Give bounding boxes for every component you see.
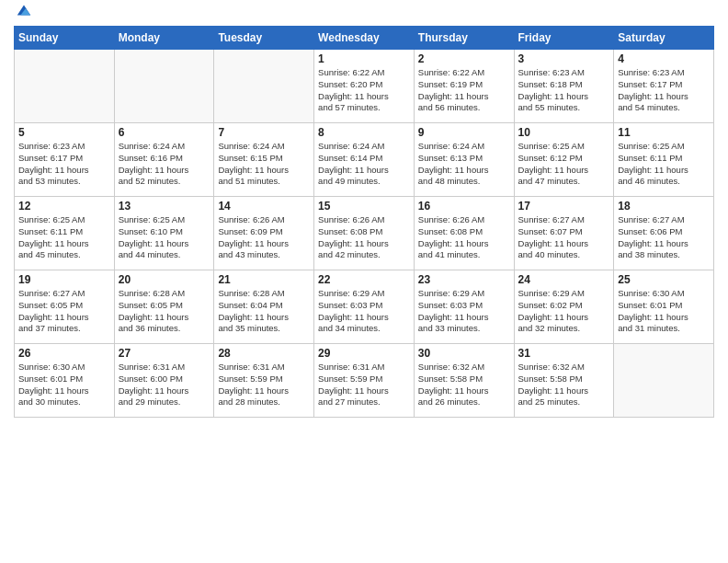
day-number: 19 (18, 273, 110, 286)
calendar-cell: 12Sunrise: 6:25 AM Sunset: 6:11 PM Dayli… (15, 197, 115, 270)
day-info: Sunrise: 6:23 AM Sunset: 6:17 PM Dayligh… (618, 67, 710, 114)
calendar-cell: 16Sunrise: 6:26 AM Sunset: 6:08 PM Dayli… (414, 197, 514, 270)
week-row-1: 5Sunrise: 6:23 AM Sunset: 6:17 PM Daylig… (15, 123, 714, 197)
weekday-header-thursday: Thursday (414, 27, 514, 50)
calendar-cell: 9Sunrise: 6:24 AM Sunset: 6:13 PM Daylig… (414, 123, 514, 197)
day-number: 1 (318, 52, 410, 65)
day-info: Sunrise: 6:29 AM Sunset: 6:03 PM Dayligh… (318, 288, 410, 335)
calendar-cell: 5Sunrise: 6:23 AM Sunset: 6:17 PM Daylig… (15, 123, 115, 197)
day-number: 26 (18, 347, 110, 360)
day-info: Sunrise: 6:23 AM Sunset: 6:17 PM Dayligh… (18, 141, 110, 188)
calendar-cell: 2Sunrise: 6:22 AM Sunset: 6:19 PM Daylig… (414, 50, 514, 123)
day-number: 28 (218, 347, 310, 360)
day-info: Sunrise: 6:22 AM Sunset: 6:19 PM Dayligh… (418, 67, 510, 114)
day-info: Sunrise: 6:32 AM Sunset: 5:58 PM Dayligh… (518, 362, 610, 408)
calendar-cell: 28Sunrise: 6:31 AM Sunset: 5:59 PM Dayli… (214, 344, 314, 418)
calendar-cell: 27Sunrise: 6:31 AM Sunset: 6:00 PM Dayli… (114, 344, 214, 418)
calendar-cell: 24Sunrise: 6:29 AM Sunset: 6:02 PM Dayli… (514, 270, 614, 344)
calendar-cell: 4Sunrise: 6:23 AM Sunset: 6:17 PM Daylig… (614, 50, 714, 123)
calendar-cell: 20Sunrise: 6:28 AM Sunset: 6:05 PM Dayli… (114, 270, 214, 344)
day-info: Sunrise: 6:24 AM Sunset: 6:14 PM Dayligh… (318, 141, 410, 188)
weekday-header-row: SundayMondayTuesdayWednesdayThursdayFrid… (15, 27, 714, 50)
week-row-0: 1Sunrise: 6:22 AM Sunset: 6:20 PM Daylig… (15, 50, 714, 123)
calendar-cell (114, 50, 214, 123)
day-number: 27 (119, 347, 210, 360)
day-number: 22 (318, 273, 410, 286)
weekday-header-sunday: Sunday (15, 27, 115, 50)
calendar-cell: 3Sunrise: 6:23 AM Sunset: 6:18 PM Daylig… (514, 50, 614, 123)
day-info: Sunrise: 6:26 AM Sunset: 6:08 PM Dayligh… (318, 214, 410, 261)
day-info: Sunrise: 6:25 AM Sunset: 6:11 PM Dayligh… (18, 214, 110, 261)
calendar-cell: 31Sunrise: 6:32 AM Sunset: 5:58 PM Dayli… (514, 344, 614, 418)
day-info: Sunrise: 6:27 AM Sunset: 6:06 PM Dayligh… (618, 214, 710, 261)
day-number: 11 (618, 126, 710, 139)
week-row-4: 26Sunrise: 6:30 AM Sunset: 6:01 PM Dayli… (15, 344, 714, 418)
calendar-cell: 22Sunrise: 6:29 AM Sunset: 6:03 PM Dayli… (314, 270, 415, 344)
day-info: Sunrise: 6:25 AM Sunset: 6:11 PM Dayligh… (618, 141, 710, 188)
day-number: 23 (418, 273, 510, 286)
day-info: Sunrise: 6:24 AM Sunset: 6:13 PM Dayligh… (418, 141, 510, 188)
day-number: 4 (618, 52, 710, 65)
logo-icon (16, 2, 32, 18)
day-number: 14 (218, 200, 310, 213)
day-number: 2 (418, 52, 510, 65)
day-number: 31 (518, 347, 610, 360)
day-number: 16 (418, 200, 510, 213)
day-info: Sunrise: 6:31 AM Sunset: 5:59 PM Dayligh… (318, 362, 410, 408)
day-number: 3 (518, 52, 610, 65)
calendar-cell: 10Sunrise: 6:25 AM Sunset: 6:12 PM Dayli… (514, 123, 614, 197)
page: SundayMondayTuesdayWednesdayThursdayFrid… (0, 0, 728, 563)
day-number: 5 (18, 126, 110, 139)
weekday-header-tuesday: Tuesday (214, 27, 314, 50)
calendar-cell: 13Sunrise: 6:25 AM Sunset: 6:10 PM Dayli… (114, 197, 214, 270)
calendar-cell: 26Sunrise: 6:30 AM Sunset: 6:01 PM Dayli… (15, 344, 115, 418)
calendar-cell: 7Sunrise: 6:24 AM Sunset: 6:15 PM Daylig… (214, 123, 314, 197)
header (14, 9, 714, 18)
day-number: 24 (518, 273, 610, 286)
day-number: 20 (119, 273, 210, 286)
day-number: 25 (618, 273, 710, 286)
calendar-cell: 1Sunrise: 6:22 AM Sunset: 6:20 PM Daylig… (314, 50, 415, 123)
calendar-cell (614, 344, 714, 418)
day-number: 15 (318, 200, 410, 213)
day-number: 21 (218, 273, 310, 286)
calendar-cell: 23Sunrise: 6:29 AM Sunset: 6:03 PM Dayli… (414, 270, 514, 344)
week-row-2: 12Sunrise: 6:25 AM Sunset: 6:11 PM Dayli… (15, 197, 714, 270)
weekday-header-friday: Friday (514, 27, 614, 50)
day-info: Sunrise: 6:25 AM Sunset: 6:10 PM Dayligh… (119, 214, 210, 261)
day-number: 9 (418, 126, 510, 139)
day-number: 30 (418, 347, 510, 360)
weekday-header-monday: Monday (114, 27, 214, 50)
day-info: Sunrise: 6:26 AM Sunset: 6:08 PM Dayligh… (418, 214, 510, 261)
day-info: Sunrise: 6:30 AM Sunset: 6:01 PM Dayligh… (618, 288, 710, 335)
day-number: 10 (518, 126, 610, 139)
calendar-cell: 11Sunrise: 6:25 AM Sunset: 6:11 PM Dayli… (614, 123, 714, 197)
day-info: Sunrise: 6:28 AM Sunset: 6:05 PM Dayligh… (119, 288, 210, 335)
day-number: 18 (618, 200, 710, 213)
calendar-cell: 14Sunrise: 6:26 AM Sunset: 6:09 PM Dayli… (214, 197, 314, 270)
day-info: Sunrise: 6:32 AM Sunset: 5:58 PM Dayligh… (418, 362, 510, 408)
calendar-cell: 15Sunrise: 6:26 AM Sunset: 6:08 PM Dayli… (314, 197, 415, 270)
weekday-header-saturday: Saturday (614, 27, 714, 50)
day-number: 6 (119, 126, 210, 139)
day-info: Sunrise: 6:27 AM Sunset: 6:07 PM Dayligh… (518, 214, 610, 261)
calendar-cell (15, 50, 115, 123)
calendar-cell: 21Sunrise: 6:28 AM Sunset: 6:04 PM Dayli… (214, 270, 314, 344)
day-number: 7 (218, 126, 310, 139)
calendar-cell: 25Sunrise: 6:30 AM Sunset: 6:01 PM Dayli… (614, 270, 714, 344)
calendar-cell: 18Sunrise: 6:27 AM Sunset: 6:06 PM Dayli… (614, 197, 714, 270)
day-info: Sunrise: 6:28 AM Sunset: 6:04 PM Dayligh… (218, 288, 310, 335)
calendar-cell: 17Sunrise: 6:27 AM Sunset: 6:07 PM Dayli… (514, 197, 614, 270)
day-info: Sunrise: 6:25 AM Sunset: 6:12 PM Dayligh… (518, 141, 610, 188)
day-info: Sunrise: 6:30 AM Sunset: 6:01 PM Dayligh… (18, 362, 110, 408)
day-number: 17 (518, 200, 610, 213)
logo-text (14, 9, 32, 18)
day-info: Sunrise: 6:31 AM Sunset: 6:00 PM Dayligh… (119, 362, 210, 408)
calendar: SundayMondayTuesdayWednesdayThursdayFrid… (14, 26, 714, 418)
day-info: Sunrise: 6:29 AM Sunset: 6:03 PM Dayligh… (418, 288, 510, 335)
weekday-header-wednesday: Wednesday (314, 27, 415, 50)
calendar-cell: 6Sunrise: 6:24 AM Sunset: 6:16 PM Daylig… (114, 123, 214, 197)
day-info: Sunrise: 6:27 AM Sunset: 6:05 PM Dayligh… (18, 288, 110, 335)
day-number: 13 (119, 200, 210, 213)
day-info: Sunrise: 6:24 AM Sunset: 6:15 PM Dayligh… (218, 141, 310, 188)
